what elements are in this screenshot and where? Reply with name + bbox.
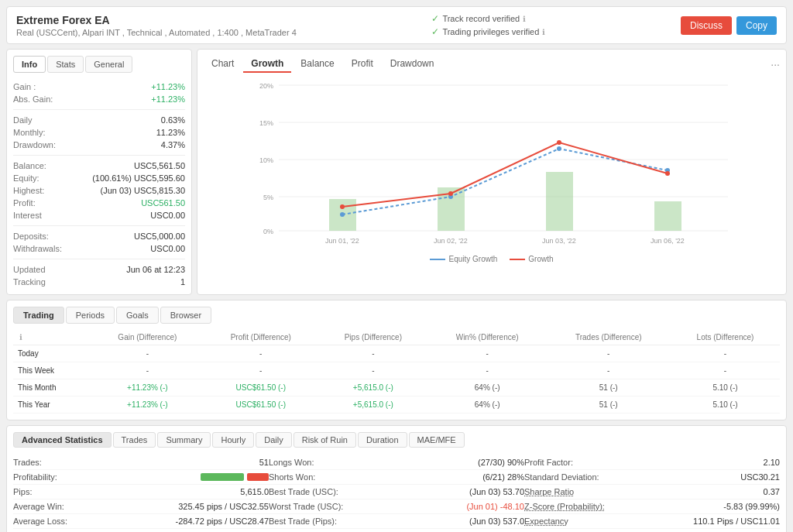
month-profit: USC$61.50 (-) (204, 379, 318, 396)
advanced-tab-daily[interactable]: Daily (256, 432, 291, 448)
trading-tab-bar: Trading Periods Goals Browser (13, 307, 780, 324)
svg-text:0%: 0% (263, 228, 273, 235)
adv-avg-loss: Average Loss: -284.72 pips / USC28.47 (13, 514, 269, 529)
ea-subtitle: Real (USCCent), Alpari INT , Technical ,… (16, 28, 297, 37)
daily-label: Daily (13, 115, 32, 125)
svg-point-14 (340, 212, 345, 217)
svg-rect-12 (546, 172, 573, 231)
advanced-col-left: Trades: 51 Profitability: Pips: 5,615.0 (13, 455, 269, 532)
loss-bar (247, 473, 269, 481)
header-left: Extreme Forex EA Real (USCCent), Alpari … (16, 14, 297, 37)
copy-button[interactable]: Copy (736, 16, 777, 35)
legend-growth: Growth (510, 255, 553, 263)
adv-best-trade-usc-value: (Jun 03) 53.70 (469, 487, 524, 496)
chart-tab-balance[interactable]: Balance (293, 56, 342, 73)
header-actions: Discuss Copy (681, 16, 777, 35)
drawdown-label: Drawdown: (13, 140, 56, 149)
week-lots: - (671, 362, 780, 379)
chart-tab-drawdown[interactable]: Drawdown (383, 56, 442, 73)
chart-tab-profit[interactable]: Profit (344, 56, 381, 73)
table-row: Today - - - - - - (13, 345, 780, 362)
tab-stats[interactable]: Stats (47, 56, 84, 73)
adv-lots: Lots : 5.10 (13, 529, 269, 532)
adv-longs-won: Longs Won: (27/30) 90% (269, 455, 524, 470)
adv-best-trade-usc: Best Trade (USC): (Jun 03) 53.70 (269, 485, 524, 499)
chart-tab-growth[interactable]: Growth (243, 56, 291, 73)
stat-balance: Balance: USC5,561.50 (13, 160, 185, 172)
advanced-tab-bar: Advanced Statistics Trades Summary Hourl… (13, 432, 780, 448)
adv-avg-loss-label: Average Loss: (13, 517, 67, 526)
advanced-tab-hourly[interactable]: Hourly (212, 432, 254, 448)
svg-text:5%: 5% (263, 194, 273, 201)
tab-info[interactable]: Info (13, 56, 46, 73)
adv-profit-factor-value: 2.10 (764, 458, 780, 467)
period-today: Today (13, 345, 91, 362)
svg-point-19 (448, 191, 453, 196)
adv-pips-value: 5,615.0 (240, 487, 269, 496)
adv-sharpe-label: Sharpe Ratio (524, 487, 574, 496)
svg-text:10%: 10% (259, 156, 273, 164)
advanced-section: Advanced Statistics Trades Summary Hourl… (6, 425, 787, 532)
equity-line-icon (430, 259, 445, 260)
month-lots: 5.10 (-) (671, 379, 780, 396)
advanced-tab-duration[interactable]: Duration (358, 432, 407, 448)
adv-profit-factor: Profit Factor: 2.10 (524, 455, 780, 470)
trading-tab-goals[interactable]: Goals (116, 307, 159, 324)
adv-trades-value: 51 (259, 458, 269, 467)
adv-sharpe-value: 0.37 (764, 487, 780, 496)
table-row: This Month +11.23% (-) USC$61.50 (-) +5,… (13, 379, 780, 396)
advanced-tab-risk[interactable]: Risk of Ruin (294, 432, 356, 448)
today-profit: - (204, 345, 318, 362)
trading-tab-periods[interactable]: Periods (66, 307, 115, 324)
updated-label: Updated (13, 265, 46, 274)
advanced-stats-grid: Trades: 51 Profitability: Pips: 5,615.0 (13, 455, 780, 532)
info-icon-trading: ℹ (19, 333, 22, 342)
year-win: 64% (-) (428, 396, 547, 414)
adv-worst-trade-usc: Worst Trade (USC): (Jun 01) -48.10 (269, 499, 524, 514)
advanced-tab-stats[interactable]: Advanced Statistics (13, 432, 112, 448)
adv-sharpe: Sharpe Ratio 0.37 (524, 485, 780, 499)
week-profit: - (204, 362, 318, 379)
adv-zscore: Z-Score (Probability): -5.83 (99.99%) (524, 499, 780, 514)
tab-general[interactable]: General (85, 56, 132, 73)
adv-best-trade-pips: Best Trade (Pips): (Jun 03) 537.0 (269, 514, 524, 529)
header-verified: ✓ Track record verified ℹ ✓ Trading priv… (431, 13, 545, 37)
stat-tracking: Tracking 1 (13, 276, 185, 288)
discuss-button[interactable]: Discuss (681, 16, 732, 35)
month-pips: +5,615.0 (-) (318, 379, 428, 396)
chart-more-icon[interactable]: ··· (771, 58, 780, 70)
gain-label: Gain : (13, 82, 36, 91)
week-gain: - (91, 362, 204, 379)
trading-tab-trading[interactable]: Trading (13, 307, 64, 324)
adv-profit-factor-label: Profit Factor: (524, 458, 573, 467)
svg-text:15%: 15% (259, 119, 273, 127)
adv-expectancy-value: 110.1 Pips / USC11.01 (693, 517, 780, 526)
stat-gain: Gain : +11.23% (13, 81, 185, 93)
week-pips: - (318, 362, 428, 379)
trading-tab-browser[interactable]: Browser (160, 307, 211, 324)
gain-value: +11.23% (151, 82, 185, 91)
abs-gain-label: Abs. Gain: (13, 94, 53, 104)
tracking-label: Tracking (13, 277, 46, 287)
adv-worst-trade-pips: Worst Trade (Pips): (Jun 01) -481.0 (269, 529, 524, 532)
col-gain: Gain (Difference) (91, 330, 204, 345)
withdrawals-label: Withdrawals: (13, 244, 62, 253)
advanced-tab-mae[interactable]: MAE/MFE (409, 432, 465, 448)
year-lots: 5.10 (-) (671, 396, 780, 414)
svg-point-20 (557, 140, 561, 145)
adv-profitability: Profitability: (13, 470, 269, 485)
advanced-tab-trades[interactable]: Trades (113, 432, 156, 448)
chart-tab-chart[interactable]: Chart (204, 56, 242, 73)
daily-value: 0.63% (161, 115, 185, 125)
today-trades: - (547, 345, 671, 362)
profit-value: USC561.50 (141, 198, 185, 208)
adv-avg-win-value: 325.45 pips / USC32.55 (178, 502, 269, 511)
adv-worst-trade-usc-label: Worst Trade (USC): (269, 502, 343, 511)
tracking-value: 1 (180, 277, 185, 287)
today-pips: - (318, 345, 428, 362)
col-period: ℹ (13, 330, 91, 345)
adv-std-dev: Standard Deviation: USC30.21 (524, 470, 780, 485)
advanced-tab-summary[interactable]: Summary (157, 432, 211, 448)
adv-best-trade-pips-label: Best Trade (Pips): (269, 517, 337, 526)
year-pips: +5,615.0 (-) (318, 396, 428, 414)
